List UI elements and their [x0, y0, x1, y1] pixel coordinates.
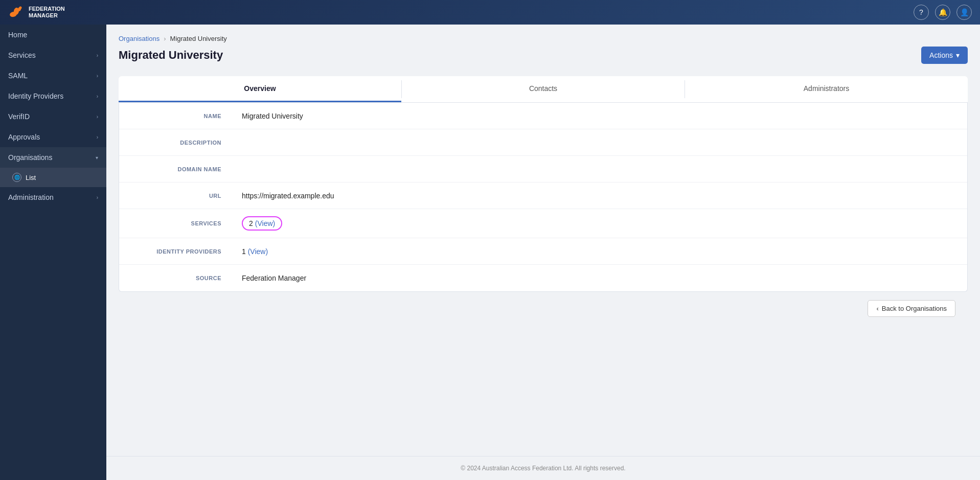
chevron-right-icon: › — [97, 134, 98, 140]
header-icons: ? 🔔 👤 — [914, 5, 972, 20]
sidebar-subitem-label: List — [26, 174, 36, 181]
top-header: FEDERATION MANAGER ? 🔔 👤 — [0, 0, 980, 25]
chevron-right-icon: › — [97, 195, 98, 200]
sidebar-item-verifid[interactable]: VerifID › — [0, 106, 106, 127]
detail-label-source: SOURCE — [119, 268, 232, 288]
breadcrumb: Organisations › Migrated University — [119, 35, 968, 42]
detail-label-services: SERVICES — [119, 213, 232, 234]
chevron-right-icon: › — [97, 114, 98, 120]
page-header: Migrated University Actions ▾ — [119, 47, 968, 64]
sidebar-item-home[interactable]: Home — [0, 25, 106, 45]
sidebar-item-services[interactable]: Services › — [0, 45, 106, 65]
sidebar-item-administration[interactable]: Administration › — [0, 187, 106, 208]
logo-icon — [8, 4, 25, 20]
detail-row-services: SERVICES 2 (View) — [119, 209, 967, 238]
sidebar-item-organisations[interactable]: Organisations ▾ — [0, 147, 106, 168]
back-to-organisations-button[interactable]: ‹ Back to Organisations — [868, 300, 955, 317]
help-button[interactable]: ? — [914, 5, 929, 20]
notifications-button[interactable]: 🔔 — [935, 5, 950, 20]
tabs-container: Overview Contacts Administrators — [119, 76, 968, 103]
bottom-footer: © 2024 Australian Access Federation Ltd.… — [106, 456, 980, 480]
actions-chevron-down-icon: ▾ — [956, 51, 960, 59]
tab-contacts[interactable]: Contacts — [402, 76, 685, 102]
page-footer: ‹ Back to Organisations — [119, 292, 968, 329]
chevron-right-icon: › — [97, 53, 98, 58]
chevron-right-icon: › — [97, 94, 98, 99]
sidebar-item-label: Services — [8, 51, 36, 59]
detail-value-url: https://migrated.example.edu — [232, 185, 967, 207]
detail-value-source: Federation Manager — [232, 267, 967, 289]
breadcrumb-parent-link[interactable]: Organisations — [119, 35, 159, 42]
detail-row-url: URL https://migrated.example.edu — [119, 182, 967, 209]
breadcrumb-separator: › — [164, 35, 166, 42]
chevron-right-icon: › — [97, 73, 98, 79]
detail-row-source: SOURCE Federation Manager — [119, 265, 967, 291]
idp-view-link[interactable]: (View) — [248, 247, 268, 256]
page-title: Migrated University — [119, 49, 223, 62]
logo-text: FEDERATION MANAGER — [29, 6, 65, 19]
svg-point-3 — [19, 7, 22, 9]
user-button[interactable]: 👤 — [956, 5, 972, 20]
detail-label-domain: DOMAIN NAME — [119, 159, 232, 179]
detail-row-identity-providers: IDENTITY PROVIDERS 1 (View) — [119, 238, 967, 265]
sidebar-item-label: Administration — [8, 193, 54, 201]
detail-card: NAME Migrated University DESCRIPTION DOM… — [119, 103, 968, 292]
idp-count: 1 — [242, 247, 246, 256]
services-circle-highlight: 2 (View) — [242, 216, 282, 231]
sidebar-item-label: Approvals — [8, 133, 40, 141]
sidebar-item-label: Home — [8, 31, 27, 39]
services-view-link[interactable]: (View) — [255, 219, 275, 227]
logo-area: FEDERATION MANAGER — [8, 4, 65, 20]
sidebar-item-saml[interactable]: SAML › — [0, 65, 106, 86]
sidebar-item-identity-providers[interactable]: Identity Providers › — [0, 86, 106, 106]
detail-row-name: NAME Migrated University — [119, 103, 967, 129]
sidebar-item-label: VerifID — [8, 112, 30, 121]
detail-row-description: DESCRIPTION — [119, 129, 967, 156]
detail-value-identity-providers: 1 (View) — [232, 240, 967, 263]
footer-text: © 2024 Australian Access Federation Ltd.… — [461, 465, 625, 472]
detail-value-domain — [232, 162, 967, 176]
back-icon: ‹ — [876, 305, 878, 312]
actions-button-label: Actions — [929, 51, 953, 59]
back-button-label: Back to Organisations — [882, 305, 947, 312]
tab-overview[interactable]: Overview — [119, 76, 401, 102]
globe-icon: 🌐 — [12, 173, 21, 182]
detail-value-name: Migrated University — [232, 105, 967, 127]
breadcrumb-current: Migrated University — [170, 35, 227, 42]
sidebar: Home Services › SAML › Identity Provider… — [0, 25, 106, 480]
content-inner: Organisations › Migrated University Migr… — [106, 25, 980, 456]
detail-label-description: DESCRIPTION — [119, 132, 232, 153]
services-count: 2 — [249, 219, 253, 227]
sidebar-subitem-list[interactable]: 🌐 List — [0, 168, 106, 187]
sidebar-item-label: Organisations — [8, 153, 52, 162]
tab-administrators[interactable]: Administrators — [685, 76, 968, 102]
detail-label-url: URL — [119, 186, 232, 206]
main-layout: Home Services › SAML › Identity Provider… — [0, 25, 980, 480]
content-area: Organisations › Migrated University Migr… — [106, 25, 980, 480]
detail-value-description — [232, 135, 967, 150]
detail-label-identity-providers: IDENTITY PROVIDERS — [119, 241, 232, 262]
detail-label-name: NAME — [119, 106, 232, 126]
sidebar-item-label: Identity Providers — [8, 92, 63, 100]
actions-button[interactable]: Actions ▾ — [921, 47, 968, 64]
chevron-down-icon: ▾ — [96, 155, 98, 161]
detail-value-services: 2 (View) — [232, 209, 967, 238]
detail-row-domain: DOMAIN NAME — [119, 156, 967, 182]
sidebar-item-label: SAML — [8, 72, 28, 80]
sidebar-item-approvals[interactable]: Approvals › — [0, 127, 106, 147]
